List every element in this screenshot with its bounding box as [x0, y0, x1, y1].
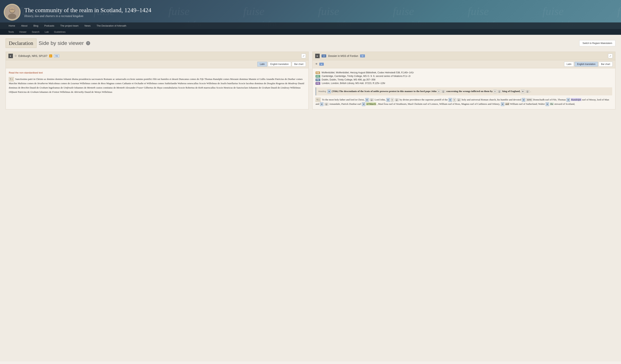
heading-title-text: (Title) The descendants of the Scots of … [332, 90, 437, 93]
right-by-divine: by divine providence the supreme pontiff… [399, 98, 448, 101]
heading-v-tag-1: v [437, 90, 440, 93]
switch-button[interactable]: Switch to Regiam Maiestatem [579, 40, 615, 46]
svg-point-2 [8, 14, 16, 19]
ms-desc-fa: Wolfenbüttel, Wolfenbüttel, Herzog Augus… [322, 71, 414, 74]
right-holy-church: holy and universal Roman church, his hum… [462, 98, 522, 101]
right-maol-iosa: , Maol Íosa earl of Strathearn, Maol Cho… [377, 103, 501, 105]
right-para-marker: ¶ 1 [315, 98, 321, 102]
page-title: Side by side viewer [39, 40, 84, 46]
nav-home[interactable]: Home [6, 22, 18, 29]
right-tag-circle4: ⊘ [324, 103, 328, 105]
right-tab-buttons: Latin English translation Bar chart [564, 62, 613, 67]
secondary-nav: Texts Viewer Search Lab Guidelines [0, 29, 621, 35]
nav-blog[interactable]: Blog [31, 22, 41, 29]
header-titles: The community of the realm in Scotland, … [24, 7, 151, 18]
ms-list: FA Wolfenbüttel, Wolfenbüttel, Herzog Au… [315, 71, 612, 85]
left-tab-english[interactable]: English translation [268, 62, 291, 67]
right-body-start: To the most holy father and lord in Chri… [322, 98, 365, 101]
ms-list-item-fa: FA Wolfenbüttel, Wolfenbüttel, Herzog Au… [315, 71, 612, 74]
right-and: and [505, 103, 510, 105]
right-tag-w8: w [501, 102, 504, 106]
site-title: The community of the realm in Scotland, … [24, 7, 151, 14]
heading-w-end-tag: w [521, 90, 524, 93]
right-tag-w3: w [448, 98, 452, 102]
right-tab-left-icons: 👁 w [315, 63, 324, 66]
right-tab-english[interactable]: English translation [575, 62, 598, 67]
left-ms-badge-orange: ▪ [49, 54, 52, 57]
nav-search[interactable]: Search [29, 29, 42, 35]
right-tab-w-badge: w [319, 63, 324, 66]
heading-w-tag: w [328, 90, 331, 93]
nav-news[interactable]: News [82, 22, 94, 29]
right-text-content: ¶ 1 To the most holy father and lord in … [315, 98, 612, 106]
heading-text-content: Heading w (Title) The descendants of the… [318, 89, 610, 93]
right-tag-w7: w [362, 102, 365, 106]
right-tab-barchart[interactable]: Bar chart [599, 62, 613, 67]
heading-circle-tag-1: ⊘ [441, 90, 445, 93]
left-panel: ► O Edinburgh, NRS, SP13/7 ▪ V1 ⤢ Latin … [6, 52, 309, 109]
right-lord-john: Lord John, [375, 98, 386, 101]
ms-desc-fg: London, London, British Library, MS Add.… [322, 82, 385, 85]
left-panel-body: Read the non-standardised text ¶ 1 Sanct… [6, 68, 309, 97]
site-logo [4, 4, 20, 20]
right-tag-v2: v [391, 98, 394, 102]
header: The community of the realm in Scotland, … [0, 0, 621, 35]
nonstandardised-link[interactable]: Read the non-standardised text [9, 71, 306, 74]
heading-block: Heading w (Title) The descendants of the… [315, 87, 612, 95]
nav-declaration[interactable]: The Declaration of Arbroath [94, 22, 129, 29]
right-expand-icon[interactable]: ⤢ [608, 54, 613, 58]
nav-podcasts[interactable]: Podcasts [41, 22, 57, 29]
nav-project-team[interactable]: The project team [57, 22, 82, 29]
right-panel-body: FA Wolfenbüttel, Wolfenbüttel, Herzog Au… [312, 68, 615, 109]
right-sons: sons [526, 98, 532, 101]
nav-about[interactable]: About [18, 22, 31, 29]
heading-label: Heading [318, 90, 326, 92]
heading-end-text: king of England, [502, 90, 521, 93]
right-the: the [550, 103, 554, 105]
heading-concerning-text: concerning the wrongs inflicted on them … [446, 90, 493, 93]
left-collapse-button[interactable]: ► [8, 54, 13, 58]
right-tag-w9: w [546, 102, 549, 106]
left-text-body: Sanctissimo patri in Christo ac domino d… [9, 78, 304, 93]
ms-desc-fc: Cambridge, Cambridge, Trinity College, M… [322, 75, 411, 77]
help-icon[interactable]: ? [86, 41, 90, 45]
left-tab-bar: Latin English translation Bar chart [6, 60, 309, 68]
left-expand-icon[interactable]: ⤢ [301, 54, 306, 58]
eye-icon[interactable]: 👁 [315, 63, 318, 66]
heading-circle-tag-2: ⊘ [497, 90, 501, 93]
ms-code-fd: FD [315, 79, 320, 81]
left-para-marker: ¶ 1 [9, 77, 14, 81]
right-donnchadh: Donnchadh earl of Fife, Thomas [533, 98, 566, 101]
right-annandale: Annandale, Patrick Dunbar earl [329, 103, 362, 105]
left-panel-header-left: ► O Edinburgh, NRS, SP13/7 ▪ V1 [8, 54, 59, 58]
nav-guidelines[interactable]: Guidelines [52, 29, 68, 35]
header-content: The community of the realm in Scotland, … [0, 0, 621, 22]
nav-lab[interactable]: Lab [42, 29, 52, 35]
heading-v-tag-2: v [494, 90, 497, 93]
ms-list-item-fd: FD Dublin, Dublin, Trinity College, MS 4… [315, 78, 612, 81]
site-subtitle: History, law and charters in a recreated… [24, 14, 151, 18]
left-panel-header: ► O Edinburgh, NRS, SP13/7 ▪ V1 ⤢ [6, 52, 309, 60]
ms-list-item-fg: FG London, London, British Library, MS A… [315, 82, 612, 85]
viewer-columns: ► O Edinburgh, NRS, SP13/7 ▪ V1 ⤢ Latin … [6, 52, 615, 109]
right-randolph: Randolph [571, 98, 582, 101]
right-tag-circle3: ⊘ [457, 99, 461, 101]
left-tab-barchart[interactable]: Bar chart [292, 62, 306, 67]
right-tag-w4: w [522, 98, 525, 102]
right-tab-latin[interactable]: Latin [564, 62, 574, 67]
nav-viewer[interactable]: Viewer [17, 29, 29, 35]
right-ms-v2-badge: V2 [322, 54, 326, 57]
right-collapse-button[interactable]: ► [315, 54, 320, 58]
right-tag-v3: v [453, 98, 456, 102]
right-panel-header-left: ► V2 Dossier in MSS of Fordun W [315, 54, 365, 58]
right-ms-name: Dossier in MSS of Fordun [328, 54, 358, 57]
left-tab-latin[interactable]: Latin [257, 62, 267, 67]
nav-texts[interactable]: Texts [6, 29, 17, 35]
ms-code-fg: FG [315, 82, 320, 85]
right-tag-circle2: ⊘ [395, 99, 399, 101]
heading-period: . [531, 90, 531, 93]
ms-desc-fd: Dublin, Dublin, Trinity College, MS 498,… [322, 78, 375, 81]
left-ms-name: Edinburgh, NRS, SP13/7 [18, 54, 47, 57]
right-steward: steward of Scotland, [554, 103, 575, 105]
left-ms-badge-v1: V1 [54, 54, 59, 58]
